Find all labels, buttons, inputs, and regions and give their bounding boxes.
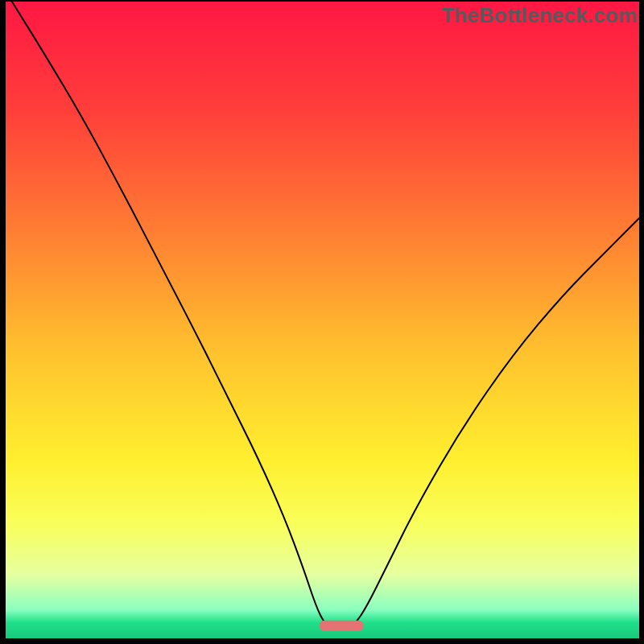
plot-background (6, 2, 639, 638)
chart-canvas (0, 0, 644, 644)
watermark-text: TheBottleneck.com (442, 3, 638, 28)
optimal-zone-marker (320, 621, 364, 631)
bottleneck-chart: TheBottleneck.com (0, 0, 644, 644)
